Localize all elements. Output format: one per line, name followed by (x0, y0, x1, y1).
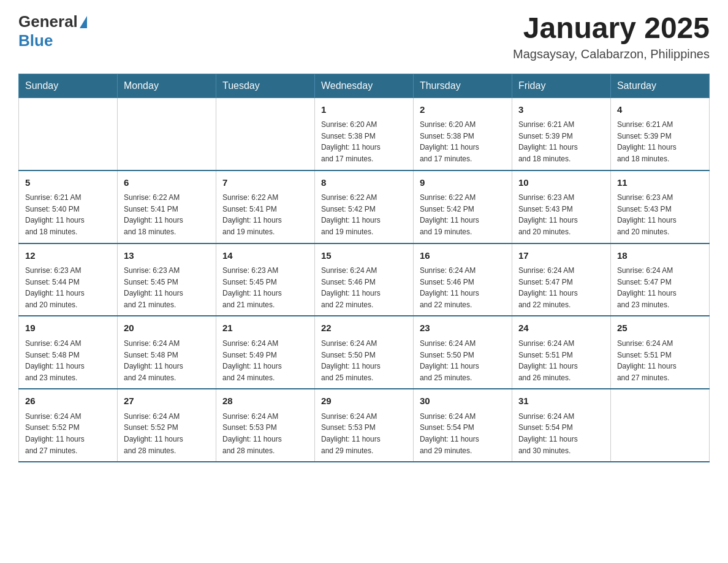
day-number: 5 (25, 176, 111, 190)
page-title: January 2025 (513, 12, 710, 45)
calendar-cell: 4Sunrise: 6:21 AMSunset: 5:39 PMDaylight… (610, 98, 709, 170)
day-info: Sunrise: 6:23 AMSunset: 5:43 PMDaylight:… (617, 192, 703, 237)
day-info: Sunrise: 6:24 AMSunset: 5:49 PMDaylight:… (222, 338, 308, 383)
calendar-cell: 28Sunrise: 6:24 AMSunset: 5:53 PMDayligh… (216, 389, 314, 462)
day-info: Sunrise: 6:24 AMSunset: 5:54 PMDaylight:… (420, 411, 506, 456)
calendar-cell: 10Sunrise: 6:23 AMSunset: 5:43 PMDayligh… (512, 170, 610, 243)
title-block: January 2025 Magsaysay, Calabarzon, Phil… (513, 12, 710, 61)
calendar-cell: 26Sunrise: 6:24 AMSunset: 5:52 PMDayligh… (19, 389, 118, 462)
calendar-cell: 25Sunrise: 6:24 AMSunset: 5:51 PMDayligh… (610, 316, 709, 389)
calendar-week-row: 1Sunrise: 6:20 AMSunset: 5:38 PMDaylight… (19, 98, 710, 170)
day-number: 4 (617, 103, 703, 117)
calendar-cell: 8Sunrise: 6:22 AMSunset: 5:42 PMDaylight… (314, 170, 413, 243)
calendar-week-row: 26Sunrise: 6:24 AMSunset: 5:52 PMDayligh… (19, 389, 710, 462)
day-number: 7 (222, 176, 308, 190)
calendar-cell: 21Sunrise: 6:24 AMSunset: 5:49 PMDayligh… (216, 316, 314, 389)
calendar-cell: 17Sunrise: 6:24 AMSunset: 5:47 PMDayligh… (512, 243, 610, 316)
day-number: 19 (25, 321, 111, 335)
day-number: 24 (518, 321, 604, 335)
calendar-cell (216, 98, 314, 170)
calendar-week-row: 12Sunrise: 6:23 AMSunset: 5:44 PMDayligh… (19, 243, 710, 316)
day-number: 22 (321, 321, 407, 335)
day-number: 3 (518, 103, 604, 117)
calendar-cell: 20Sunrise: 6:24 AMSunset: 5:48 PMDayligh… (117, 316, 216, 389)
day-info: Sunrise: 6:21 AMSunset: 5:39 PMDaylight:… (617, 119, 703, 164)
col-saturday: Saturday (610, 74, 709, 98)
day-info: Sunrise: 6:24 AMSunset: 5:52 PMDaylight:… (124, 411, 210, 456)
day-number: 1 (321, 103, 407, 117)
day-info: Sunrise: 6:22 AMSunset: 5:41 PMDaylight:… (222, 192, 308, 237)
day-info: Sunrise: 6:24 AMSunset: 5:48 PMDaylight:… (25, 338, 111, 383)
day-number: 13 (124, 249, 210, 263)
calendar-cell: 9Sunrise: 6:22 AMSunset: 5:42 PMDaylight… (413, 170, 512, 243)
day-number: 11 (617, 176, 703, 190)
day-info: Sunrise: 6:23 AMSunset: 5:44 PMDaylight:… (25, 265, 111, 310)
calendar-cell: 15Sunrise: 6:24 AMSunset: 5:46 PMDayligh… (314, 243, 413, 316)
day-info: Sunrise: 6:24 AMSunset: 5:51 PMDaylight:… (518, 338, 604, 383)
day-number: 17 (518, 249, 604, 263)
logo: General Blue (18, 12, 87, 50)
day-info: Sunrise: 6:24 AMSunset: 5:46 PMDaylight:… (321, 265, 407, 310)
day-info: Sunrise: 6:22 AMSunset: 5:42 PMDaylight:… (321, 192, 407, 237)
day-number: 21 (222, 321, 308, 335)
calendar-cell: 16Sunrise: 6:24 AMSunset: 5:46 PMDayligh… (413, 243, 512, 316)
calendar-cell: 1Sunrise: 6:20 AMSunset: 5:38 PMDaylight… (314, 98, 413, 170)
day-info: Sunrise: 6:24 AMSunset: 5:46 PMDaylight:… (420, 265, 506, 310)
day-number: 2 (420, 103, 506, 117)
day-number: 8 (321, 176, 407, 190)
day-number: 15 (321, 249, 407, 263)
day-info: Sunrise: 6:24 AMSunset: 5:48 PMDaylight:… (124, 338, 210, 383)
day-number: 26 (25, 394, 111, 408)
calendar-cell: 31Sunrise: 6:24 AMSunset: 5:54 PMDayligh… (512, 389, 610, 462)
day-number: 20 (124, 321, 210, 335)
day-number: 27 (124, 394, 210, 408)
calendar-table: Sunday Monday Tuesday Wednesday Thursday… (18, 74, 710, 462)
calendar-cell: 19Sunrise: 6:24 AMSunset: 5:48 PMDayligh… (19, 316, 118, 389)
col-wednesday: Wednesday (314, 74, 413, 98)
day-info: Sunrise: 6:24 AMSunset: 5:54 PMDaylight:… (518, 411, 604, 456)
calendar-cell: 27Sunrise: 6:24 AMSunset: 5:52 PMDayligh… (117, 389, 216, 462)
calendar-cell (610, 389, 709, 462)
logo-blue-text: Blue (18, 31, 53, 50)
day-info: Sunrise: 6:23 AMSunset: 5:43 PMDaylight:… (518, 192, 604, 237)
day-number: 12 (25, 249, 111, 263)
day-info: Sunrise: 6:24 AMSunset: 5:47 PMDaylight:… (617, 265, 703, 310)
day-number: 6 (124, 176, 210, 190)
day-number: 10 (518, 176, 604, 190)
day-number: 9 (420, 176, 506, 190)
day-info: Sunrise: 6:21 AMSunset: 5:40 PMDaylight:… (25, 192, 111, 237)
col-monday: Monday (117, 74, 216, 98)
day-info: Sunrise: 6:23 AMSunset: 5:45 PMDaylight:… (222, 265, 308, 310)
day-info: Sunrise: 6:24 AMSunset: 5:51 PMDaylight:… (617, 338, 703, 383)
calendar-header: Sunday Monday Tuesday Wednesday Thursday… (19, 74, 710, 98)
calendar-body: 1Sunrise: 6:20 AMSunset: 5:38 PMDaylight… (19, 98, 710, 462)
day-info: Sunrise: 6:21 AMSunset: 5:39 PMDaylight:… (518, 119, 604, 164)
day-info: Sunrise: 6:24 AMSunset: 5:53 PMDaylight:… (321, 411, 407, 456)
day-info: Sunrise: 6:24 AMSunset: 5:47 PMDaylight:… (518, 265, 604, 310)
day-info: Sunrise: 6:22 AMSunset: 5:42 PMDaylight:… (420, 192, 506, 237)
day-info: Sunrise: 6:20 AMSunset: 5:38 PMDaylight:… (420, 119, 506, 164)
calendar-week-row: 5Sunrise: 6:21 AMSunset: 5:40 PMDaylight… (19, 170, 710, 243)
day-info: Sunrise: 6:20 AMSunset: 5:38 PMDaylight:… (321, 119, 407, 164)
calendar-cell (117, 98, 216, 170)
day-info: Sunrise: 6:23 AMSunset: 5:45 PMDaylight:… (124, 265, 210, 310)
calendar-cell: 24Sunrise: 6:24 AMSunset: 5:51 PMDayligh… (512, 316, 610, 389)
day-number: 14 (222, 249, 308, 263)
calendar-cell: 12Sunrise: 6:23 AMSunset: 5:44 PMDayligh… (19, 243, 118, 316)
day-info: Sunrise: 6:22 AMSunset: 5:41 PMDaylight:… (124, 192, 210, 237)
calendar-cell (19, 98, 118, 170)
calendar-cell: 11Sunrise: 6:23 AMSunset: 5:43 PMDayligh… (610, 170, 709, 243)
col-tuesday: Tuesday (216, 74, 314, 98)
page-subtitle: Magsaysay, Calabarzon, Philippines (513, 47, 710, 61)
calendar-cell: 18Sunrise: 6:24 AMSunset: 5:47 PMDayligh… (610, 243, 709, 316)
calendar-cell: 3Sunrise: 6:21 AMSunset: 5:39 PMDaylight… (512, 98, 610, 170)
logo-triangle-icon (80, 16, 87, 28)
calendar-cell: 22Sunrise: 6:24 AMSunset: 5:50 PMDayligh… (314, 316, 413, 389)
day-number: 18 (617, 249, 703, 263)
col-friday: Friday (512, 74, 610, 98)
calendar-cell: 7Sunrise: 6:22 AMSunset: 5:41 PMDaylight… (216, 170, 314, 243)
day-number: 16 (420, 249, 506, 263)
day-number: 23 (420, 321, 506, 335)
day-number: 31 (518, 394, 604, 408)
day-info: Sunrise: 6:24 AMSunset: 5:50 PMDaylight:… (420, 338, 506, 383)
